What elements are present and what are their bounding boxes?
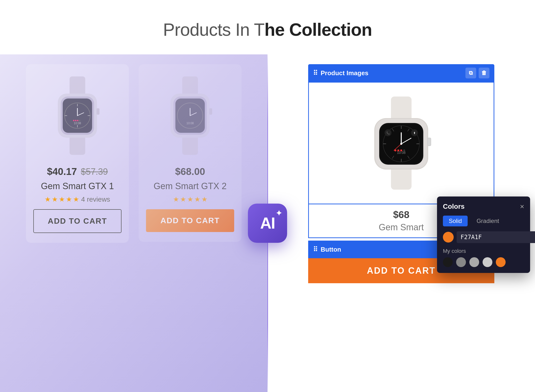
- color-hex-input[interactable]: [457, 231, 535, 243]
- my-colors-label: My colors: [443, 248, 524, 254]
- svg-rect-1: [70, 135, 85, 155]
- my-color-2[interactable]: [456, 257, 466, 267]
- watch-illustration-1: 10:08: [50, 76, 104, 155]
- svg-rect-19: [182, 135, 198, 155]
- star-2: ★: [52, 195, 58, 203]
- svg-point-46: [400, 143, 402, 145]
- ai-badge-text: AI: [260, 214, 275, 232]
- product-card-1: 10:08 $40.17 $57.39 Gem Smart GTX 1 ★: [26, 64, 129, 243]
- my-color-4[interactable]: [483, 257, 492, 267]
- svg-text:📞: 📞: [386, 131, 390, 135]
- copy-icon: ⧉: [469, 70, 473, 76]
- reviews-count-1: 4 reviews: [81, 196, 110, 203]
- svg-point-14: [75, 120, 76, 121]
- svg-rect-57: [428, 138, 431, 146]
- price-area-1: $40.17 $57.39: [47, 166, 108, 177]
- my-color-3[interactable]: [469, 257, 479, 267]
- product-image-1: 10:08: [43, 72, 112, 160]
- svg-point-50: [400, 149, 402, 151]
- add-to-cart-button-2[interactable]: ADD TO CART: [146, 209, 234, 232]
- star-5: ★: [73, 195, 79, 203]
- copy-widget-button[interactable]: ⧉: [465, 68, 476, 78]
- main-area: AI ✦: [0, 54, 535, 392]
- stars-1: ★ ★ ★ ★ ★: [45, 195, 79, 203]
- svg-point-48: [394, 149, 396, 151]
- color-input-row: ✏: [443, 231, 524, 243]
- svg-rect-17: [97, 108, 99, 115]
- svg-point-13: [73, 120, 74, 121]
- colors-popup-close-button[interactable]: ×: [520, 202, 524, 211]
- ai-badge: AI ✦: [248, 204, 287, 243]
- star-4: ★: [66, 195, 72, 203]
- svg-rect-18: [182, 76, 198, 96]
- svg-point-51: [403, 149, 405, 151]
- colors-tabs: Solid Gradient: [443, 216, 524, 226]
- widget-images-label: Product Images: [321, 69, 368, 77]
- svg-rect-28: [391, 97, 412, 121]
- product-images-widget-header: ⠿ Product Images ⧉ 🗑: [308, 64, 494, 82]
- ai-sparkle-icon: ✦: [275, 208, 283, 218]
- svg-point-16: [79, 120, 80, 121]
- stars-2: ★ ★ ★ ★ ★: [173, 195, 207, 203]
- star-1: ★: [45, 195, 51, 203]
- widget-header-actions: ⧉ 🗑: [465, 68, 489, 78]
- drag-handle-icon[interactable]: ⠿: [313, 69, 318, 77]
- svg-text:10:08: 10:08: [186, 122, 194, 125]
- svg-text:10:08: 10:08: [74, 122, 81, 125]
- product-name-2: Gem Smart GTX 2: [154, 181, 227, 191]
- watch-right-image: 10:08 📞 ⬆: [360, 94, 443, 192]
- watch-right-illustration: 10:08 📞 ⬆: [365, 97, 438, 190]
- button-widget-label: Button: [321, 246, 341, 253]
- product-name-1: Gem Smart GTX 1: [41, 181, 114, 191]
- gradient-tab[interactable]: Gradient: [471, 216, 505, 226]
- price-current-1: $40.17: [47, 166, 77, 177]
- colors-popup-header: Colors ×: [443, 202, 524, 211]
- colors-popup-title: Colors: [443, 203, 465, 210]
- svg-text:⬆: ⬆: [413, 131, 416, 135]
- product-card-2: 10:08 $68.00 Gem Smart GTX 2 ★ ★ ★ ★ ★ A…: [139, 64, 242, 242]
- star-3: ★: [59, 195, 65, 203]
- right-panel: ⠿ Product Images ⧉ 🗑: [268, 54, 535, 392]
- svg-point-49: [397, 149, 399, 151]
- page-title-bold: he Collection: [264, 20, 372, 39]
- colors-popup: Colors × Solid Gradient ✏ My colors: [437, 196, 530, 273]
- my-color-5[interactable]: [496, 257, 506, 267]
- drag-handle-icon-2[interactable]: ⠿: [313, 246, 318, 253]
- product-image-2: 10:08: [156, 72, 224, 160]
- stars-area-2: ★ ★ ★ ★ ★: [173, 195, 207, 203]
- svg-rect-27: [209, 108, 212, 115]
- page-title: Products In The Collection: [163, 20, 372, 40]
- svg-rect-0: [70, 76, 85, 96]
- svg-point-15: [77, 120, 78, 121]
- price-area-2: $68.00: [175, 166, 205, 177]
- trash-icon: 🗑: [481, 70, 487, 76]
- price-original-1: $57.39: [81, 167, 108, 177]
- delete-widget-button[interactable]: 🗑: [479, 68, 489, 78]
- name-right: Gem Smart: [379, 222, 424, 233]
- stars-area-1: ★ ★ ★ ★ ★ 4 reviews: [45, 195, 110, 203]
- solid-tab[interactable]: Solid: [443, 216, 468, 226]
- product-image-frame: 10:08 📞 ⬆: [308, 82, 494, 204]
- my-color-1[interactable]: [443, 257, 453, 267]
- my-colors-swatches: [443, 257, 524, 267]
- price-current-2: $68.00: [175, 166, 205, 177]
- add-to-cart-button-1[interactable]: ADD TO CART: [33, 209, 122, 233]
- color-swatch-main[interactable]: [443, 232, 454, 243]
- left-panel: 10:08 $40.17 $57.39 Gem Smart GTX 1 ★: [0, 54, 268, 392]
- price-right: $68: [393, 209, 410, 220]
- watch-illustration-2: 10:08: [163, 76, 217, 155]
